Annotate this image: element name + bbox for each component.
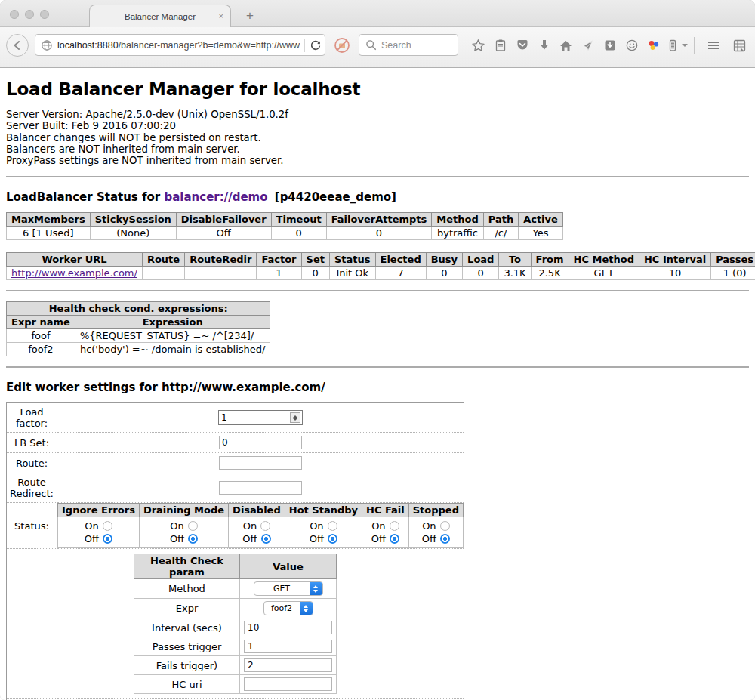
close-window-button[interactable] bbox=[10, 10, 19, 19]
inherit-note-line: Balancers are NOT inherited from main se… bbox=[6, 143, 749, 155]
stopped-on-radio[interactable] bbox=[440, 521, 450, 531]
server-version-line: Server Version: Apache/2.5.0-dev (Unix) … bbox=[6, 109, 749, 120]
select-stepper-icon bbox=[300, 601, 313, 615]
tab-close-icon[interactable]: × bbox=[219, 11, 223, 20]
device-battery-icon[interactable] bbox=[664, 36, 681, 54]
route-redirect-input[interactable] bbox=[219, 481, 302, 495]
select-stepper-icon bbox=[310, 581, 322, 596]
table-header-row: Ignore Errors Draining Mode Disabled Hot… bbox=[58, 504, 464, 517]
hc-method-select[interactable]: GET bbox=[254, 581, 323, 596]
lb-set-row: LB Set: bbox=[7, 433, 464, 453]
health-check-expressions-table: Health check cond. expressions: Expr nam… bbox=[6, 301, 270, 356]
back-icon bbox=[11, 39, 23, 51]
worker-status-table: Worker URL Route RouteRedir Factor Set S… bbox=[6, 252, 755, 280]
hot-standby-off-radio[interactable] bbox=[328, 534, 337, 544]
titlebar: Balancer Manager × + bbox=[0, 0, 755, 27]
status-stopped-group: On Off bbox=[408, 517, 463, 548]
route-label: Route: bbox=[7, 453, 57, 473]
divider bbox=[6, 366, 749, 368]
reload-icon[interactable] bbox=[310, 39, 322, 51]
ignore-errors-off-radio[interactable] bbox=[103, 534, 112, 544]
dropdown-caret-icon[interactable] bbox=[682, 44, 688, 47]
lb-set-input[interactable] bbox=[219, 436, 302, 449]
tab-balancer-manager[interactable]: Balancer Manager × bbox=[89, 5, 231, 27]
bookmarks-grid-icon[interactable] bbox=[729, 36, 750, 54]
worker-url-link[interactable]: http://www.example.com/ bbox=[11, 267, 137, 279]
traffic-lights bbox=[10, 10, 49, 19]
url-text[interactable]: localhost:8880/balancer-manager?b=demo&w… bbox=[57, 40, 300, 51]
load-factor-row: Load factor: bbox=[7, 403, 464, 433]
load-factor-input[interactable] bbox=[218, 410, 303, 425]
url-bar[interactable]: localhost:8880/balancer-manager?b=demo&w… bbox=[35, 34, 325, 56]
table-row: 6 [1 Used] (None) Off 0 0 bytraffic /c/ … bbox=[7, 227, 563, 240]
table-header-row: Worker URL Route RouteRedir Factor Set S… bbox=[7, 253, 755, 267]
status-draining-mode-group: On Off bbox=[139, 517, 228, 548]
reading-list-icon[interactable] bbox=[489, 36, 511, 54]
colors-extension-icon[interactable] bbox=[643, 36, 664, 54]
status-disabled-group: On Off bbox=[229, 517, 285, 548]
hc-fails-input[interactable] bbox=[244, 658, 332, 672]
zoom-window-button[interactable] bbox=[40, 10, 49, 19]
persist-note-line: Balancer changes will NOT be persisted o… bbox=[6, 132, 749, 143]
urlbar-divider bbox=[304, 39, 305, 52]
downloads-icon[interactable] bbox=[533, 36, 555, 54]
route-redirect-label: Route Redirect: bbox=[7, 473, 57, 503]
search-input[interactable]: Search bbox=[359, 34, 458, 56]
save-page-icon[interactable] bbox=[599, 36, 621, 54]
blocked-images-icon[interactable] bbox=[333, 36, 351, 54]
proxypass-note-line: ProxyPass settings are NOT inherited fro… bbox=[6, 155, 749, 166]
minimize-window-button[interactable] bbox=[25, 10, 34, 19]
hot-standby-on-radio[interactable] bbox=[328, 521, 337, 531]
new-tab-button[interactable]: + bbox=[240, 8, 260, 23]
hc-passes-row: Passes trigger bbox=[134, 637, 337, 656]
balancer-status-heading: LoadBalancer Status for balancer://demo … bbox=[6, 190, 749, 204]
route-redirect-row: Route Redirect: bbox=[7, 473, 464, 503]
edit-worker-heading: Edit worker settings for http://www.exam… bbox=[6, 381, 749, 394]
feedback-smiley-icon[interactable] bbox=[621, 36, 643, 54]
back-button[interactable] bbox=[6, 34, 29, 57]
hc-passes-input[interactable] bbox=[244, 640, 332, 653]
page-content: Load Balancer Manager for localhost Serv… bbox=[0, 68, 755, 700]
draining-mode-on-radio[interactable] bbox=[188, 521, 198, 531]
send-tab-icon[interactable] bbox=[577, 36, 599, 54]
ignore-errors-on-radio[interactable] bbox=[103, 521, 112, 531]
status-row: Status: Ignore Errors Draining Mode Disa… bbox=[7, 503, 464, 549]
divider bbox=[6, 290, 749, 291]
disabled-off-radio[interactable] bbox=[261, 534, 271, 544]
table-row: foof %{REQUEST_STATUS} =~ /^[234]/ bbox=[7, 329, 270, 343]
route-input[interactable] bbox=[219, 456, 302, 470]
hc-fail-off-radio[interactable] bbox=[390, 534, 399, 544]
health-check-param-table: Health Check param Value Method GET bbox=[134, 554, 337, 694]
navigation-toolbar: localhost:8880/balancer-manager?b=demo&w… bbox=[0, 27, 755, 68]
edit-worker-form: Load factor: LB Set: Route: bbox=[6, 402, 464, 700]
pocket-icon[interactable] bbox=[511, 36, 533, 54]
tab-title: Balancer Manager bbox=[125, 12, 196, 21]
toolbar-buttons bbox=[467, 34, 750, 57]
browser-window: Balancer Manager × + localhost:8880/bala… bbox=[0, 0, 755, 700]
divider bbox=[6, 176, 749, 177]
hc-uri-input[interactable] bbox=[244, 677, 332, 691]
search-placeholder: Search bbox=[381, 40, 411, 51]
balancer-demo-link[interactable]: balancer://demo bbox=[164, 190, 267, 204]
number-spinner-icon[interactable] bbox=[290, 412, 300, 423]
menu-hamburger-icon[interactable] bbox=[702, 36, 724, 54]
hc-fail-on-radio[interactable] bbox=[390, 521, 399, 531]
hc-expr-select[interactable]: foof2 bbox=[263, 601, 313, 615]
load-factor-label: Load factor: bbox=[7, 403, 57, 433]
health-check-params-row: Health Check param Value Method GET bbox=[7, 549, 464, 699]
hc-method-row: Method GET bbox=[134, 579, 337, 599]
table-row: foof2 hc('body') =~ /domain is establish… bbox=[7, 343, 270, 356]
stopped-off-radio[interactable] bbox=[440, 534, 450, 544]
balancer-status-table: MaxMembers StickySession DisableFailover… bbox=[6, 212, 563, 240]
server-built-line: Server Built: Feb 9 2016 07:00:20 bbox=[6, 120, 749, 131]
table-header-row: Expr name Expression bbox=[7, 316, 270, 329]
page-title: Load Balancer Manager for localhost bbox=[6, 68, 749, 99]
disabled-on-radio[interactable] bbox=[260, 521, 270, 531]
home-icon[interactable] bbox=[555, 36, 577, 54]
table-row: http://www.example.com/ 1 0 Init Ok 7 0 … bbox=[7, 267, 755, 280]
hc-interval-input[interactable] bbox=[244, 621, 332, 634]
globe-icon bbox=[41, 39, 53, 51]
table-title-row: Health check cond. expressions: bbox=[7, 302, 270, 316]
bookmark-star-icon[interactable] bbox=[467, 36, 489, 54]
draining-mode-off-radio[interactable] bbox=[188, 534, 198, 544]
